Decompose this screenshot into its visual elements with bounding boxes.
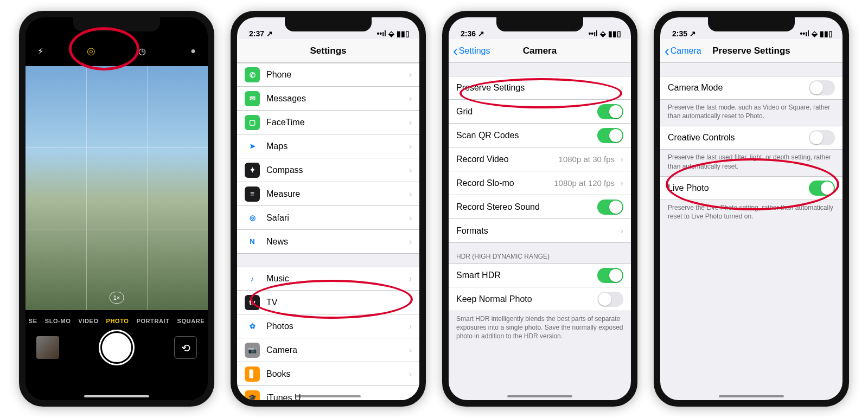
row-label: Maps — [266, 142, 288, 151]
chevron-icon: › — [621, 178, 623, 188]
footer-creative-controls: Preserve the last used filter, light, or… — [660, 150, 843, 176]
signal-icon: ••ıl — [800, 29, 809, 38]
app-icon: ➤ — [245, 139, 260, 154]
app-icon: 🎓 — [245, 390, 260, 401]
mode-portrait[interactable]: PORTRAIT — [136, 318, 169, 324]
phone-3-camera-settings: 2:36 ↗ ••ıl ⬙ ▮▮▯ Settings Camera Preser… — [442, 11, 637, 407]
row-label: Phone — [266, 70, 291, 80]
row-detail: 1080p at 30 fps — [559, 155, 615, 164]
camera-viewfinder[interactable]: 1× — [25, 66, 208, 310]
flash-icon[interactable]: ⚡︎ — [33, 46, 47, 56]
back-button[interactable]: Settings — [453, 46, 490, 56]
settings-row-phone[interactable]: ✆Phone› — [237, 63, 419, 87]
notch — [496, 17, 583, 31]
toggle-live-photo[interactable] — [809, 181, 835, 196]
status-time: 2:35 ↗ — [672, 29, 696, 38]
battery-icon: ▮▮▯ — [397, 29, 410, 38]
mode-photo[interactable]: PHOTO — [106, 318, 129, 324]
settings-row-maps[interactable]: ➤Maps› — [237, 134, 419, 158]
settings-table[interactable]: ✆Phone›✉︎Messages›▢FaceTime›➤Maps›✦Compa… — [237, 63, 419, 400]
app-icon: 📷 — [245, 343, 260, 358]
shutter-button[interactable] — [99, 330, 135, 365]
row-label: Photos — [266, 321, 293, 331]
camera-row-record-stereo-sound[interactable]: Record Stereo Sound — [449, 195, 631, 219]
phone-4-preserve-settings: 2:35 ↗ ••ıl ⬙ ▮▮▯ Camera Preserve Settin… — [654, 11, 849, 407]
row-label: Grid — [456, 107, 473, 117]
settings-row-tv[interactable]: tvTV› — [237, 291, 419, 314]
section-footer-hdr: Smart HDR intelligently blends the best … — [449, 311, 631, 346]
footer-camera-mode: Preserve the last mode, such as Video or… — [660, 100, 843, 126]
timer-icon[interactable]: ◷ — [135, 46, 149, 56]
mode-square[interactable]: SQUARE — [177, 318, 205, 324]
home-indicator — [84, 395, 149, 397]
camera-row-formats[interactable]: Formats› — [449, 219, 631, 243]
camera-row-record-slo-mo[interactable]: Record Slo-mo1080p at 120 fps› — [449, 171, 631, 195]
app-icon: N — [245, 234, 260, 249]
toggle[interactable] — [597, 104, 623, 119]
camera-settings-table[interactable]: Preserve Settings›GridScan QR CodesRecor… — [449, 63, 631, 400]
camera-flip-button[interactable]: ⟲ — [174, 336, 197, 359]
navbar-title: Settings — [310, 46, 346, 56]
status-time: 2:37 ↗ — [249, 29, 273, 38]
camera-mode-selector[interactable]: SE SLO-MO VIDEO PHOTO PORTRAIT SQUARE — [25, 310, 208, 330]
mode-se[interactable]: SE — [29, 318, 37, 324]
row-live-photo[interactable]: Live Photo — [660, 176, 843, 200]
mode-slomo[interactable]: SLO-MO — [45, 318, 71, 324]
status-time: 2:36 ↗ — [461, 29, 484, 38]
row-creative-controls[interactable]: Creative Controls — [660, 126, 843, 150]
app-icon: ◎ — [245, 210, 260, 226]
camera-row-preserve-settings[interactable]: Preserve Settings› — [449, 76, 631, 100]
app-icon: ✉︎ — [245, 91, 260, 106]
chevron-icon: › — [621, 226, 623, 236]
toggle[interactable] — [597, 128, 623, 143]
settings-row-camera[interactable]: 📷Camera› — [237, 338, 419, 362]
chevron-icon: › — [409, 345, 412, 355]
signal-icon: ••ıl — [376, 29, 386, 38]
preserve-settings-table[interactable]: Camera Mode Preserve the last mode, such… — [660, 63, 843, 400]
row-camera-mode[interactable]: Camera Mode — [660, 76, 843, 100]
filter-icon[interactable]: ● — [186, 46, 200, 56]
row-label: FaceTime — [266, 118, 305, 127]
settings-row-photos[interactable]: ✿Photos› — [237, 314, 419, 338]
settings-row-messages[interactable]: ✉︎Messages› — [237, 87, 419, 111]
section-header-hdr: HDR (HIGH DYNAMIC RANGE) — [449, 243, 631, 263]
toggle[interactable] — [597, 292, 623, 307]
camera-row-record-video[interactable]: Record Video1080p at 30 fps› — [449, 147, 631, 171]
zoom-button[interactable]: 1× — [110, 292, 124, 304]
camera-row-scan-qr-codes[interactable]: Scan QR Codes — [449, 124, 631, 147]
battery-icon: ▮▮▯ — [820, 29, 833, 38]
settings-row-safari[interactable]: ◎Safari› — [237, 206, 419, 230]
live-photo-icon[interactable]: ◎ — [84, 45, 98, 57]
wifi-icon: ⬙ — [812, 29, 818, 38]
toggle-creative-controls[interactable] — [809, 130, 835, 145]
phone-1-camera-app: ⚡︎ ◎ ◷ ● 1× SE SLO-MO VIDEO PHOTO PORTRA… — [19, 11, 214, 407]
settings-row-books[interactable]: ▋Books› — [237, 362, 419, 386]
toggle[interactable] — [597, 200, 623, 215]
camera-row-smart-hdr[interactable]: Smart HDR — [449, 263, 631, 287]
row-label: Live Photo — [668, 183, 709, 193]
chevron-icon: › — [409, 213, 412, 223]
row-label: Books — [266, 369, 290, 379]
home-indicator — [719, 395, 784, 397]
notch — [285, 17, 372, 31]
toggle[interactable] — [597, 268, 623, 283]
camera-row-keep-normal-photo[interactable]: Keep Normal Photo — [449, 287, 631, 311]
back-button[interactable]: Camera — [665, 46, 701, 56]
app-icon: ✆ — [245, 67, 260, 82]
row-label: Compass — [266, 165, 303, 175]
toggle-camera-mode[interactable] — [809, 80, 835, 95]
settings-row-music[interactable]: ♪Music› — [237, 267, 419, 291]
settings-row-news[interactable]: NNews› — [237, 230, 419, 254]
last-photo-thumbnail[interactable] — [36, 336, 59, 359]
settings-row-facetime[interactable]: ▢FaceTime› — [237, 111, 419, 134]
settings-row-itunes-u[interactable]: 🎓iTunes U› — [237, 386, 419, 400]
row-label: Music — [266, 274, 289, 284]
settings-row-measure[interactable]: ≡Measure› — [237, 182, 419, 206]
mode-video[interactable]: VIDEO — [78, 318, 98, 324]
app-icon: ♪ — [245, 271, 260, 286]
notch — [73, 17, 160, 31]
camera-row-grid[interactable]: Grid — [449, 100, 631, 124]
chevron-icon: › — [409, 94, 412, 104]
settings-row-compass[interactable]: ✦Compass› — [237, 158, 419, 182]
app-icon: ≡ — [245, 187, 260, 202]
